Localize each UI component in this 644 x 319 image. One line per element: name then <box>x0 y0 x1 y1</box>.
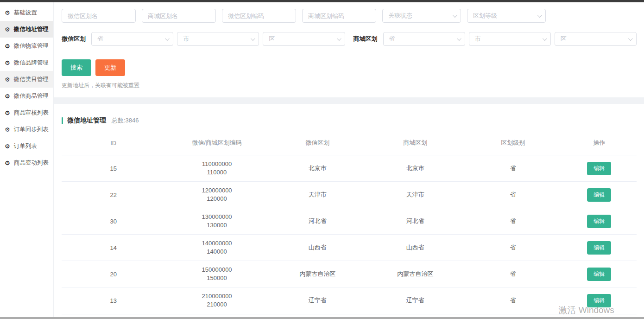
cell-level: 省 <box>464 287 562 314</box>
main-content: 关联状态 区划等级 微信区划 省 市 区 <box>53 2 644 319</box>
mall-province-placeholder: 省 <box>389 35 395 43</box>
mall-district-select[interactable]: 区 <box>555 32 637 46</box>
sidebar-item[interactable]: ⚙商品审核列表 <box>0 104 53 121</box>
cell-level: 省 <box>464 261 562 287</box>
cell-codes: 140000000140000 <box>165 235 268 261</box>
mall-region-label: 商城区划 <box>354 35 378 43</box>
region-level-select[interactable]: 区划等级 <box>467 9 546 23</box>
col-mall-region: 商城区划 <box>366 132 464 155</box>
cell-wechat-region: 内蒙古自治区 <box>269 261 366 287</box>
cell-actions: 编辑 <box>562 287 637 314</box>
sidebar-item[interactable]: ⚙微信商品管理 <box>0 88 53 104</box>
cell-id: 15 <box>62 155 165 182</box>
cell-mall-region: 山西省 <box>366 235 464 261</box>
gear-icon: ⚙ <box>5 93 10 99</box>
table-row: 14140000000140000山西省山西省省编辑 <box>62 235 637 261</box>
sidebar-item-label: 微信商品管理 <box>14 92 49 100</box>
sidebar-item[interactable]: ⚙微信品牌管理 <box>0 54 53 71</box>
cell-actions: 编辑 <box>562 235 637 261</box>
sidebar: ⚙基础设置⚙微信地址管理⚙微信物流管理⚙微信品牌管理⚙微信类目管理⚙微信商品管理… <box>0 2 53 319</box>
chevron-down-icon <box>457 36 461 41</box>
sidebar-item-label: 微信品牌管理 <box>14 59 49 67</box>
region-level-placeholder: 区划等级 <box>473 12 497 20</box>
edit-button[interactable]: 编辑 <box>587 215 611 228</box>
cell-mall-region: 内蒙古自治区 <box>366 261 464 287</box>
cell-level: 省 <box>464 182 562 208</box>
wechat-district-select[interactable]: 区 <box>263 32 345 46</box>
chevron-down-icon <box>543 36 547 41</box>
chevron-down-icon <box>537 13 542 18</box>
wechat-city-select[interactable]: 市 <box>177 32 259 46</box>
mall-code: 150000 <box>165 274 268 282</box>
cell-mall-region: 辽宁省 <box>366 287 464 314</box>
cell-level: 省 <box>464 155 562 182</box>
sidebar-item-label: 微信地址管理 <box>14 26 49 33</box>
cell-wechat-region: 河北省 <box>269 208 366 235</box>
chevron-down-icon <box>336 36 341 41</box>
cell-mall-region: 北京市 <box>366 155 464 182</box>
gear-icon: ⚙ <box>5 26 10 32</box>
sidebar-item[interactable]: ⚙微信地址管理 <box>0 21 53 38</box>
col-codes: 微信/商城区划编码 <box>165 132 268 155</box>
sidebar-item-label: 订单同步列表 <box>14 126 49 134</box>
wechat-code: 150000000 <box>165 266 268 274</box>
mall-province-select[interactable]: 省 <box>383 32 465 46</box>
gear-icon: ⚙ <box>5 77 10 83</box>
mall-code: 130000 <box>165 221 268 230</box>
sidebar-item[interactable]: ⚙基础设置 <box>0 4 53 21</box>
wechat-province-select[interactable]: 省 <box>91 32 173 46</box>
wechat-code: 110000000 <box>165 160 268 168</box>
edit-button[interactable]: 编辑 <box>587 188 611 202</box>
table-row: 20150000000150000内蒙古自治区内蒙古自治区省编辑 <box>62 261 637 287</box>
cell-actions: 编辑 <box>562 155 637 182</box>
sidebar-item[interactable]: ⚙商品变动列表 <box>0 154 53 171</box>
edit-button[interactable]: 编辑 <box>587 268 611 281</box>
gear-icon: ⚙ <box>5 10 10 16</box>
cell-wechat-region: 北京市 <box>269 155 366 182</box>
mall-region-name-input[interactable] <box>142 9 216 23</box>
link-status-select[interactable]: 关联状态 <box>382 9 461 23</box>
table-header-row: ID 微信/商城区划编码 微信区划 商城区划 区划级别 操作 <box>62 132 637 155</box>
sidebar-item[interactable]: ⚙微信物流管理 <box>0 38 53 54</box>
table-panel: 微信地址管理 总数:3846 ID 微信/商城区划编码 微信区划 商城区划 区划… <box>54 104 644 319</box>
filter-buttons: 搜索 更新 <box>62 59 637 76</box>
mall-code: 110000 <box>165 168 268 177</box>
edit-button[interactable]: 编辑 <box>587 162 611 175</box>
sidebar-item-label: 微信类目管理 <box>14 76 49 83</box>
wechat-region-code-input[interactable] <box>222 9 296 23</box>
cell-wechat-region: 辽宁省 <box>269 287 366 314</box>
window-top-edge <box>0 0 644 2</box>
sidebar-item-label: 基础设置 <box>14 9 37 17</box>
search-button[interactable]: 搜索 <box>62 59 91 76</box>
accent-bar <box>62 117 63 124</box>
cell-codes: 110000000110000 <box>165 155 268 182</box>
edit-button[interactable]: 编辑 <box>587 241 611 255</box>
mall-region-code-input[interactable] <box>302 9 376 23</box>
cell-codes: 130000000130000 <box>165 208 268 235</box>
edit-button[interactable]: 编辑 <box>587 294 611 307</box>
mall-district-placeholder: 区 <box>561 35 567 43</box>
mall-code: 140000 <box>165 248 268 256</box>
update-note: 更新地址后，关联有可能被重置 <box>62 82 637 89</box>
col-level: 区划级别 <box>464 132 562 155</box>
chevron-down-icon <box>453 13 457 18</box>
page-title: 微信地址管理 <box>67 116 106 125</box>
cell-wechat-region: 山西省 <box>269 235 366 261</box>
sidebar-item[interactable]: ⚙订单同步列表 <box>0 121 53 138</box>
cell-id: 13 <box>62 287 165 314</box>
mall-city-select[interactable]: 市 <box>469 32 551 46</box>
mall-city-placeholder: 市 <box>475 35 481 43</box>
sidebar-item[interactable]: ⚙微信类目管理 <box>0 71 53 88</box>
wechat-region-name-input[interactable] <box>62 9 136 23</box>
update-button[interactable]: 更新 <box>95 59 125 76</box>
cell-mall-region: 天津市 <box>366 182 464 208</box>
cell-wechat-region: 天津市 <box>269 182 366 208</box>
gear-icon: ⚙ <box>5 60 10 66</box>
table-head: ID 微信/商城区划编码 微信区划 商城区划 区划级别 操作 <box>62 132 637 155</box>
wechat-code: 130000000 <box>165 213 268 221</box>
link-status-placeholder: 关联状态 <box>388 12 412 20</box>
sidebar-item-label: 商品变动列表 <box>14 159 49 167</box>
sidebar-item[interactable]: ⚙订单列表 <box>0 138 53 154</box>
chevron-down-icon <box>628 36 633 41</box>
cell-id: 30 <box>62 208 165 235</box>
